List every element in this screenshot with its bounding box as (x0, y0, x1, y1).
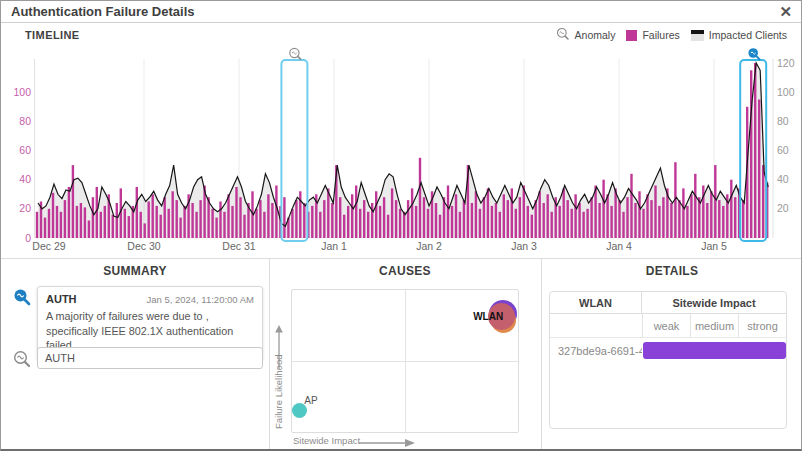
anomaly-filter-icon (13, 350, 31, 372)
impact-level-strong: strong (738, 314, 786, 337)
anomaly-type-input[interactable] (37, 347, 263, 369)
svg-text:Dec 30: Dec 30 (127, 240, 160, 252)
causes-heading: CAUSES (269, 264, 541, 278)
causes-x-axis-label: Sitewide Impact (293, 435, 360, 446)
svg-text:Jan 2: Jan 2 (416, 240, 442, 252)
dialog-titlebar: Authentication Failure Details ✕ (1, 1, 801, 23)
section-divider (1, 258, 801, 259)
impact-level-medium: medium (690, 314, 738, 337)
timeline-chart[interactable]: 02040608010020406080100120Dec 29Dec 30De… (1, 47, 802, 257)
details-heading: DETAILS (541, 264, 802, 278)
panel-divider-right (541, 259, 542, 449)
svg-text:100: 100 (13, 86, 31, 98)
svg-text:80: 80 (777, 115, 789, 127)
legend-anomaly-label: Anomaly (575, 29, 616, 41)
dialog-title: Authentication Failure Details (11, 4, 194, 19)
anomaly-magnifier-icon (556, 27, 570, 43)
right-axis-ticks: 20406080100120 (777, 57, 795, 215)
svg-text:60: 60 (19, 144, 31, 156)
svg-text:60: 60 (777, 144, 789, 156)
causes-y-axis-label: Failure Likelihood (273, 355, 284, 429)
svg-text:Jan 5: Jan 5 (701, 240, 727, 252)
timeline-section-label: TIMELINE (25, 29, 80, 41)
quadrant-horizontal-line (292, 361, 518, 362)
anomaly-type-label: AUTH (46, 293, 77, 305)
svg-text:120: 120 (777, 57, 795, 69)
anomaly-timestamp: Jan 5, 2024, 11:20:00 AM (146, 294, 254, 305)
svg-text:Jan 4: Jan 4 (606, 240, 632, 252)
sitewide-impact-bar (643, 342, 786, 359)
legend-failures-label: Failures (642, 29, 679, 41)
details-table: WLAN Sitewide Impact weak medium strong … (549, 291, 787, 429)
legend-failures-swatch (626, 30, 637, 41)
svg-text:20: 20 (19, 202, 31, 214)
details-header-row: WLAN Sitewide Impact (550, 292, 786, 314)
timeline-legend: Anomaly Failures Impacted Clients (556, 27, 793, 43)
svg-text:Dec 29: Dec 29 (32, 240, 65, 252)
left-axis-ticks: 020406080100 (13, 86, 31, 244)
anomaly-detected-icon (13, 288, 31, 310)
svg-text:40: 40 (19, 173, 31, 185)
quadrant-chart[interactable]: WLANAP (291, 289, 519, 433)
bubble-label: WLAN (473, 310, 503, 321)
close-icon[interactable]: ✕ (779, 3, 792, 21)
svg-text:40: 40 (777, 173, 789, 185)
bubble-label: AP (304, 395, 317, 406)
svg-text:0: 0 (25, 232, 31, 244)
panel-divider-left (269, 259, 270, 449)
svg-text:20: 20 (777, 202, 789, 214)
svg-text:80: 80 (19, 115, 31, 127)
details-col-wlan: WLAN (550, 292, 642, 313)
legend-impacted-swatch (691, 30, 704, 41)
legend-impacted-label: Impacted Clients (709, 29, 787, 41)
details-table-row[interactable]: 327bde9a-6691-4... (550, 338, 786, 363)
auth-failure-details-dialog: Authentication Failure Details ✕ TIMELIN… (0, 0, 802, 451)
wlan-id-cell: 327bde9a-6691-4... (550, 345, 642, 357)
sitewide-impact-arrow-icon (357, 435, 417, 451)
anomaly-region-icon[interactable] (290, 48, 301, 59)
details-subheader-row: weak medium strong (550, 314, 786, 338)
svg-text:Jan 3: Jan 3 (511, 240, 537, 252)
svg-text:Dec 31: Dec 31 (222, 240, 255, 252)
details-col-impact: Sitewide Impact (642, 297, 786, 309)
svg-text:100: 100 (777, 86, 795, 98)
x-axis-day-labels: Dec 29Dec 30Dec 31Jan 1Jan 2Jan 3Jan 4Ja… (32, 240, 727, 252)
svg-text:Jan 1: Jan 1 (321, 240, 347, 252)
summary-heading: SUMMARY (1, 264, 269, 278)
anomaly-region-icon[interactable] (748, 48, 759, 59)
impact-level-weak: weak (642, 314, 690, 337)
